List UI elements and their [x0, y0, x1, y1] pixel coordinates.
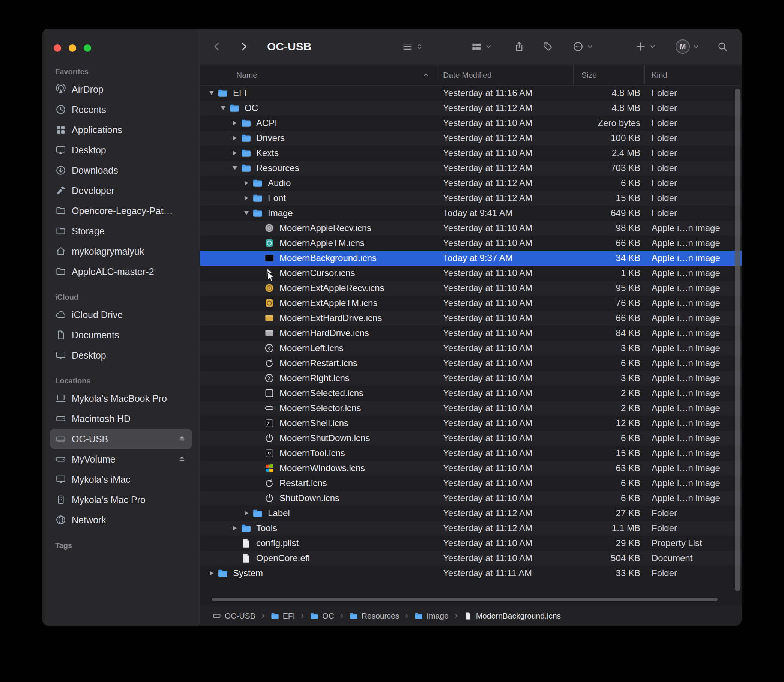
close-button[interactable]: [54, 44, 61, 52]
disclosure-triangle[interactable]: [252, 355, 264, 371]
sidebar-item-desktop[interactable]: Desktop: [50, 345, 192, 365]
sidebar-item-mykola-s-imac[interactable]: Mykola’s iMac: [50, 469, 192, 489]
disclosure-triangle[interactable]: [252, 446, 264, 461]
disclosure-triangle[interactable]: [252, 296, 264, 311]
column-header-name[interactable]: Name: [200, 65, 436, 85]
disclosure-triangle[interactable]: [252, 401, 264, 416]
eject-icon[interactable]: [177, 454, 187, 464]
sidebar-item-desktop[interactable]: Desktop: [50, 140, 192, 160]
table-row-modernextharddrive-icns[interactable]: ModernExtHardDrive.icns Yesterday at 11:…: [200, 311, 742, 326]
disclosure-triangle[interactable]: [252, 250, 264, 266]
view-options-button[interactable]: [402, 41, 423, 52]
column-header-size[interactable]: Size: [574, 65, 645, 85]
disclosure-triangle[interactable]: [252, 236, 264, 250]
minimize-button[interactable]: [69, 44, 76, 52]
disclosure-triangle[interactable]: [252, 341, 264, 355]
table-row-modernselected-icns[interactable]: ModernSelected.icns Yesterday at 11:10 A…: [200, 386, 742, 401]
sidebar-item-storage[interactable]: Storage: [50, 221, 192, 241]
table-row-kexts[interactable]: Kexts Yesterday at 11:10 AM 2.4 MB Folde…: [200, 145, 742, 161]
sidebar-item-mykola-s-mac-pro[interactable]: Mykola’s Mac Pro: [50, 489, 192, 510]
path-item-efi[interactable]: EFI: [271, 612, 295, 620]
sidebar-item-recents[interactable]: Recents: [50, 99, 192, 120]
disclosure-triangle[interactable]: [206, 86, 217, 100]
sidebar-item-mykolagrymalyuk[interactable]: mykolagrymalyuk: [50, 241, 192, 261]
table-row-modernleft-icns[interactable]: ModernLeft.icns Yesterday at 11:10 AM 3 …: [200, 341, 742, 355]
disclosure-triangle[interactable]: [252, 311, 264, 326]
table-row-modernright-icns[interactable]: ModernRight.icns Yesterday at 11:10 AM 3…: [200, 371, 742, 386]
forward-button[interactable]: [238, 41, 249, 52]
disclosure-triangle[interactable]: [241, 206, 252, 221]
disclosure-triangle[interactable]: [206, 566, 217, 581]
table-row-image[interactable]: Image Today at 9:41 AM 649 KB Folder: [200, 206, 742, 221]
table-row-modernharddrive-icns[interactable]: ModernHardDrive.icns Yesterday at 11:10 …: [200, 326, 742, 341]
table-row-drivers[interactable]: Drivers Yesterday at 11:12 AM 100 KB Fol…: [200, 131, 742, 145]
table-row-audio[interactable]: Audio Yesterday at 11:12 AM 6 KB Folder: [200, 175, 742, 191]
disclosure-triangle[interactable]: [218, 100, 229, 116]
disclosure-triangle[interactable]: [252, 371, 264, 386]
table-row-modernshutdown-icns[interactable]: ModernShutDown.icns Yesterday at 11:10 A…: [200, 431, 742, 446]
table-row-moderntool-icns[interactable]: ModernTool.icns Yesterday at 11:10 AM 15…: [200, 446, 742, 461]
disclosure-triangle[interactable]: [241, 506, 252, 521]
disclosure-triangle[interactable]: [252, 280, 264, 296]
table-row-modernextapplerecv-icns[interactable]: ModernExtAppleRecv.icns Yesterday at 11:…: [200, 280, 742, 296]
table-row-modernrestart-icns[interactable]: ModernRestart.icns Yesterday at 11:10 AM…: [200, 355, 742, 371]
table-row-moderncursor-icns[interactable]: ModernCursor.icns Yesterday at 11:10 AM …: [200, 266, 742, 280]
disclosure-triangle[interactable]: [229, 145, 241, 161]
disclosure-triangle[interactable]: [229, 161, 241, 175]
disclosure-triangle[interactable]: [229, 131, 241, 145]
table-row-acpi[interactable]: ACPI Yesterday at 11:10 AM Zero bytes Fo…: [200, 116, 742, 131]
disclosure-triangle[interactable]: [252, 326, 264, 341]
disclosure-triangle[interactable]: [252, 386, 264, 401]
account-button[interactable]: M: [676, 39, 700, 54]
sidebar-item-macintosh-hd[interactable]: Macintosh HD: [50, 408, 192, 429]
disclosure-triangle[interactable]: [252, 491, 264, 506]
sidebar-item-icloud-drive[interactable]: iCloud Drive: [50, 304, 192, 325]
more-actions-button[interactable]: [572, 41, 594, 52]
sidebar-item-myvolume[interactable]: MyVolume: [50, 449, 192, 469]
path-item-oc-usb[interactable]: OC-USB: [212, 612, 255, 620]
table-row-modernshell-icns[interactable]: ModernShell.icns Yesterday at 11:10 AM 1…: [200, 416, 742, 431]
table-row-restart-icns[interactable]: Restart.icns Yesterday at 11:10 AM 6 KB …: [200, 476, 742, 491]
path-item-oc[interactable]: OC: [310, 612, 334, 620]
table-row-modernbackground-icns[interactable]: ModernBackground.icns Today at 9:37 AM 3…: [200, 250, 742, 266]
table-row-shutdown-icns[interactable]: ShutDown.icns Yesterday at 11:10 AM 6 KB…: [200, 491, 742, 506]
add-button[interactable]: [635, 41, 657, 52]
sidebar-item-downloads[interactable]: Downloads: [50, 160, 192, 180]
table-row-oc[interactable]: OC Yesterday at 11:12 AM 4.8 MB Folder: [200, 100, 742, 116]
horizontal-scrollbar[interactable]: [212, 598, 718, 601]
disclosure-triangle[interactable]: [229, 536, 241, 551]
sidebar-item-opencore-legacy-pat[interactable]: Opencore-Legacy-Pat…: [50, 201, 192, 221]
path-item-modernbackground-icns[interactable]: ModernBackground.icns: [464, 612, 561, 620]
sidebar-item-applications[interactable]: Applications: [50, 120, 192, 140]
table-row-resources[interactable]: Resources Yesterday at 11:12 AM 703 KB F…: [200, 161, 742, 175]
sidebar-item-applealc-master-2[interactable]: AppleALC-master-2: [50, 261, 192, 282]
column-header-date-modified[interactable]: Date Modified: [436, 65, 574, 85]
disclosure-triangle[interactable]: [241, 191, 252, 206]
table-row-modernappletm-icns[interactable]: ModernAppleTM.icns Yesterday at 11:10 AM…: [200, 236, 742, 250]
sidebar-item-network[interactable]: Network: [50, 510, 192, 530]
back-button[interactable]: [211, 41, 222, 52]
disclosure-triangle[interactable]: [252, 476, 264, 491]
table-row-system[interactable]: System Yesterday at 11:11 AM 33 KB Folde…: [200, 566, 742, 581]
column-header-kind[interactable]: Kind: [645, 65, 742, 85]
table-row-label[interactable]: Label Yesterday at 11:12 AM 27 KB Folder: [200, 506, 742, 521]
sidebar-item-documents[interactable]: Documents: [50, 325, 192, 345]
path-item-resources[interactable]: Resources: [349, 612, 399, 620]
share-button[interactable]: [513, 41, 525, 52]
path-item-image[interactable]: Image: [414, 612, 448, 620]
table-row-font[interactable]: Font Yesterday at 11:12 AM 15 KB Folder: [200, 191, 742, 206]
table-row-opencore-efi[interactable]: OpenCore.efi Yesterday at 11:10 AM 504 K…: [200, 551, 742, 566]
disclosure-triangle[interactable]: [252, 431, 264, 446]
disclosure-triangle[interactable]: [252, 221, 264, 236]
table-row-modernwindows-icns[interactable]: ModernWindows.icns Yesterday at 11:10 AM…: [200, 461, 742, 476]
disclosure-triangle[interactable]: [229, 521, 241, 536]
sidebar-item-oc-usb[interactable]: OC-USB: [50, 429, 192, 449]
group-button[interactable]: [471, 41, 492, 52]
disclosure-triangle[interactable]: [229, 116, 241, 131]
table-row-modernselector-icns[interactable]: ModernSelector.icns Yesterday at 11:10 A…: [200, 401, 742, 416]
sidebar-item-mykola-s-macbook-pro[interactable]: Mykola’s MacBook Pro: [50, 388, 192, 408]
table-row-modernextappletm-icns[interactable]: ModernExtAppleTM.icns Yesterday at 11:10…: [200, 296, 742, 311]
search-button[interactable]: [717, 41, 728, 52]
sidebar-item-developer[interactable]: Developer: [50, 180, 192, 201]
disclosure-triangle[interactable]: [252, 266, 264, 280]
